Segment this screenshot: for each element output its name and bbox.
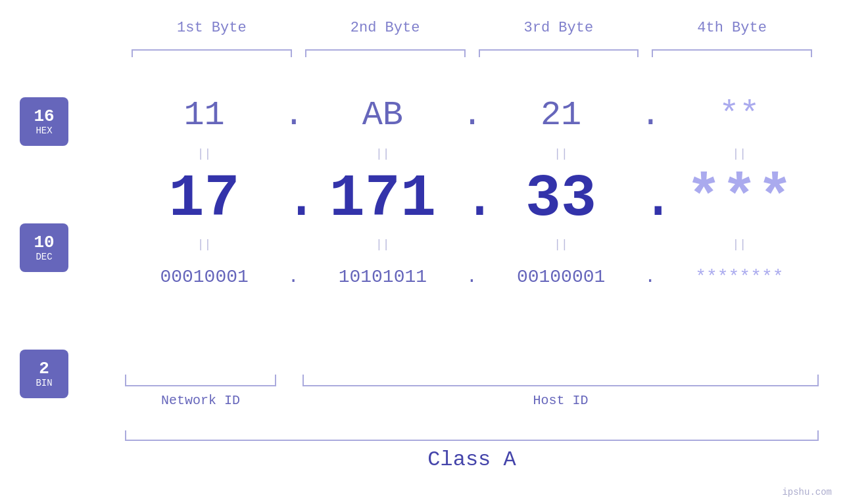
bracket-byte-4 — [652, 49, 812, 57]
dec-dot-1: . — [283, 166, 303, 233]
eq-2-byte-4: || — [660, 238, 819, 251]
network-id-label: Network ID — [125, 393, 276, 408]
dec-badge: 10 DEC — [20, 223, 68, 272]
outer-bracket — [125, 430, 819, 441]
hex-byte-2: AB — [303, 96, 462, 135]
eq-2-byte-3: || — [482, 238, 640, 251]
hex-byte-3: 21 — [482, 96, 640, 135]
host-bracket — [302, 375, 819, 386]
bin-byte-2: 10101011 — [303, 267, 462, 287]
dec-dot-2: . — [462, 166, 482, 233]
header-byte-3: 3rd Byte — [472, 20, 646, 36]
bin-val-2: 10101011 — [339, 267, 427, 287]
hex-dot-1: . — [283, 96, 303, 135]
hex-val-1: 11 — [183, 96, 224, 135]
hex-val-2: AB — [362, 96, 403, 135]
eq-row-1: || || || || — [125, 145, 819, 163]
bin-byte-4: ******** — [660, 267, 819, 287]
base-labels-column: 16 HEX 10 DEC 2 BIN — [20, 97, 68, 398]
rows-area: 11 . AB . 21 . ** || || || || — [125, 85, 819, 300]
hex-number: 16 — [34, 107, 54, 126]
header-byte-2: 2nd Byte — [299, 20, 472, 36]
eq-2-byte-2: || — [303, 238, 462, 251]
dec-byte-1: 17 — [125, 166, 283, 233]
hex-badge: 16 HEX — [20, 97, 68, 146]
eq-1-byte-4: || — [660, 147, 819, 160]
eq-1-byte-2: || — [303, 147, 462, 160]
hex-dot-2: . — [462, 96, 482, 135]
dec-name: DEC — [36, 252, 52, 262]
bin-name: BIN — [36, 378, 52, 388]
bottom-bracket-area: Network ID Host ID — [125, 375, 819, 408]
host-id-label: Host ID — [302, 393, 819, 408]
dot-gap-label — [276, 393, 302, 408]
watermark: ipshu.com — [782, 487, 832, 497]
eq-row-2: || || || || — [125, 235, 819, 254]
main-container: 1st Byte 2nd Byte 3rd Byte 4th Byte 16 H… — [0, 0, 845, 504]
bottom-brackets — [125, 375, 819, 386]
bin-dot-2: . — [462, 267, 482, 287]
bin-badge: 2 BIN — [20, 350, 68, 398]
dec-val-2: 171 — [329, 166, 436, 233]
bin-val-4: ******** — [695, 267, 783, 287]
dec-number: 10 — [34, 233, 54, 252]
class-label: Class A — [125, 447, 819, 472]
dec-dot-3: . — [640, 166, 660, 233]
bracket-byte-1 — [132, 49, 292, 57]
eq-1-byte-1: || — [125, 147, 283, 160]
byte-headers-row: 1st Byte 2nd Byte 3rd Byte 4th Byte — [125, 20, 819, 36]
bin-byte-1: 00010001 — [125, 267, 283, 287]
header-byte-4: 4th Byte — [645, 20, 819, 36]
bracket-byte-2 — [305, 49, 466, 57]
hex-row: 11 . AB . 21 . ** — [125, 85, 819, 145]
dec-val-4: *** — [686, 166, 792, 233]
dot-gap-1 — [276, 375, 302, 386]
bin-dot-3: . — [640, 267, 660, 287]
hex-val-3: 21 — [541, 96, 581, 135]
dec-byte-4: *** — [660, 166, 819, 233]
dec-val-1: 17 — [169, 166, 240, 233]
dec-val-3: 33 — [525, 166, 596, 233]
bin-val-1: 00010001 — [160, 267, 248, 287]
bracket-byte-3 — [479, 49, 639, 57]
hex-name: HEX — [36, 126, 52, 136]
eq-1-byte-3: || — [482, 147, 640, 160]
bin-val-3: 00100001 — [517, 267, 605, 287]
header-byte-1: 1st Byte — [125, 20, 299, 36]
network-bracket — [125, 375, 276, 386]
outer-bottom-area: Class A — [125, 430, 819, 472]
dec-byte-3: 33 — [482, 166, 640, 233]
hex-byte-1: 11 — [125, 96, 283, 135]
dec-byte-2: 171 — [303, 166, 462, 233]
bin-row: 00010001 . 10101011 . 00100001 . *******… — [125, 254, 819, 300]
id-labels-row: Network ID Host ID — [125, 393, 819, 408]
bin-dot-1: . — [283, 267, 303, 287]
top-bracket-row — [125, 49, 819, 57]
dec-row: 17 . 171 . 33 . *** — [125, 163, 819, 235]
bin-number: 2 — [39, 359, 49, 378]
eq-2-byte-1: || — [125, 238, 283, 251]
hex-dot-3: . — [640, 96, 660, 135]
bin-byte-3: 00100001 — [482, 267, 640, 287]
hex-byte-4: ** — [660, 96, 819, 135]
hex-val-4: ** — [719, 96, 760, 135]
